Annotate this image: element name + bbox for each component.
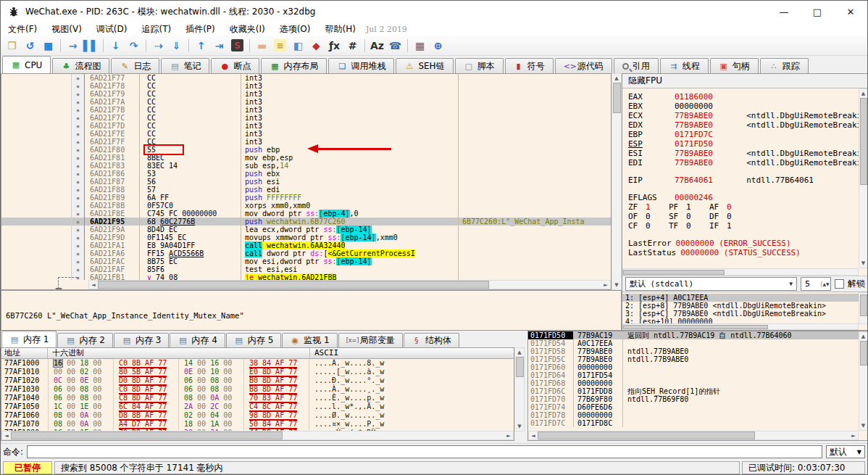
dump-hscrollbar[interactable]: ◄► (1, 431, 514, 440)
breakpoint-dot-icon[interactable]: ● (71, 241, 84, 249)
register-row[interactable]: ESP0171FD50 (628, 139, 859, 149)
tab-笔记[interactable]: ▤笔记 (161, 58, 209, 73)
breakpoint-dot-icon[interactable]: ● (71, 74, 84, 82)
stack-row[interactable]: 0171FD54A0C17EEA (528, 339, 859, 347)
run-to-user-code-button[interactable]: ⇥ (210, 37, 228, 54)
disasm-row[interactable]: ●6AD21F9568 60C2776Bpush wechatwin.6B77C… (1, 218, 611, 226)
breakpoint-dot-icon[interactable]: ● (71, 162, 84, 170)
stack-row[interactable]: 0171FD6C0171FDD8指向SEH_Record[1]的指针 (528, 387, 859, 395)
menu-item[interactable]: 插件(P) (178, 22, 222, 36)
registers-vscrollbar[interactable]: ▲▼ (859, 88, 868, 268)
tab-结构体[interactable]: §结构体 (404, 333, 459, 347)
register-row[interactable]: LastError00000000 (ERROR_SUCCESS) (628, 239, 859, 248)
tab-跟踪[interactable]: ∴跟踪 (760, 58, 809, 73)
patch-button[interactable]: ▬ (253, 37, 271, 54)
stack-row[interactable]: 0171FD6000000000 (528, 363, 859, 371)
minimize-button[interactable]: — (767, 1, 801, 22)
disasm-row[interactable]: ●6AD21F8857push edi (1, 186, 611, 194)
dump-row[interactable]: 77AF10501C 00 1E 006C 84 AF 772A 00 2C 0… (1, 402, 514, 411)
tab-断点[interactable]: ●断点 (211, 58, 259, 73)
disasm-row[interactable]: ●6AD21FB1∨ 74 08je wechatwin.6AD21FBB (1, 273, 611, 280)
menu-item[interactable]: 帮助(H) (317, 22, 362, 36)
tab-句柄[interactable]: ▣句柄 (710, 58, 759, 73)
step-into-button[interactable]: ↓ (107, 37, 125, 54)
label-button[interactable]: ◧ (289, 37, 307, 54)
breakpoint-dot-icon[interactable]: ● (71, 218, 84, 226)
register-row[interactable]: EFLAGS00000246 (628, 193, 859, 202)
hide-fpu-button[interactable]: 隐藏FPU (622, 74, 868, 88)
breakpoint-dot-icon[interactable]: ● (71, 130, 84, 138)
disasm-row[interactable]: ●6AD21FAF85F6test esi,esi (1, 265, 611, 273)
disasm-row[interactable]: ●6AD21F8756push esi (1, 178, 611, 186)
dump-row[interactable]: 77AF100016 00 18 00C0 8B AF 7714 00 16 0… (1, 359, 514, 368)
stack-row[interactable]: 0171FD5C77B9ABE0ntdll.77B9ABE0 (528, 355, 859, 363)
menu-item[interactable]: 选项(O) (272, 22, 318, 36)
breakpoint-dot-icon[interactable]: ● (71, 114, 84, 122)
function-button[interactable]: ƒx (325, 37, 343, 54)
command-input[interactable] (27, 445, 822, 458)
disasm-row[interactable]: ●6AD21FA6FF15 ACD5566Bcall dword ptr ds:… (1, 249, 611, 257)
disasm-row[interactable]: ●6AD21F79CCint3 (1, 90, 611, 98)
internet-button[interactable]: ⊕ (429, 37, 447, 54)
register-row[interactable]: EDX77B9ABE0 <ntdll.DbgUiRemoteBreakin> (628, 120, 859, 130)
register-row[interactable]: ZF1PF1AF0 (628, 202, 859, 212)
tab-流程图[interactable]: ♣流程图 (52, 58, 109, 73)
run-button[interactable]: → (64, 37, 82, 54)
breakpoint-dot-icon[interactable]: ● (71, 82, 84, 90)
stack-row[interactable]: 0171FD7C0171FD8C (528, 419, 859, 427)
tab-内存 5[interactable]: ▤内存 5 (226, 333, 281, 347)
tab-局部变量[interactable]: [x=]局部变量 (338, 333, 403, 347)
breakpoint-dot-icon[interactable]: ● (71, 210, 84, 218)
stack-row[interactable]: 0171FD7077B69F80ntdll.77B69F80 (528, 395, 859, 403)
strings-button[interactable]: Az (368, 37, 386, 54)
disasm-row[interactable]: ●6AD21F8EC745 FC 00000000mov dword ptr s… (1, 210, 611, 218)
breakpoint-dot-icon[interactable]: ● (71, 138, 84, 146)
maximize-button[interactable]: □ (801, 1, 834, 22)
menu-item[interactable]: 收藏夹(I) (222, 22, 272, 36)
tab-调用堆栈[interactable]: ❏调用堆栈 (328, 58, 394, 73)
dump-vscrollbar[interactable]: ▲▼ (514, 347, 525, 431)
breakpoint-dot-icon[interactable]: ● (71, 202, 84, 210)
restart-button[interactable]: ↺ (21, 37, 39, 54)
animate-button[interactable]: S (228, 37, 246, 54)
argument-row[interactable]: 1: [esp+4] A0C17EEA (622, 294, 868, 302)
disasm-row[interactable]: ●6AD21F7ACCint3 (1, 98, 611, 106)
breakpoint-dot-icon[interactable]: ● (71, 226, 84, 234)
breakpoint-dot-icon[interactable]: ● (71, 257, 84, 265)
calculator-button[interactable]: ▦ (411, 37, 429, 54)
breakpoint-dot-icon[interactable]: ● (71, 90, 84, 98)
breakpoint-dot-icon[interactable]: ● (71, 234, 84, 241)
register-row[interactable]: EIP77B64061 ntdll.77B64061 (628, 175, 859, 185)
breakpoint-dot-icon[interactable]: ● (71, 249, 84, 257)
disasm-row[interactable]: ●6AD21F8383EC 14sub esp,14 (1, 162, 611, 170)
argument-row[interactable]: 2: [esp+8] 77B9ABE0 <ntdll.DbgUiRemoteBr… (622, 302, 868, 310)
dump-row[interactable]: 77AF107008 00 0A 00A4 D7 AF 7718 00 1A 0… (1, 420, 514, 429)
register-row[interactable]: ECX77B9ABE0 <ntdll.DbgUiRemoteBreakin> (628, 111, 859, 120)
disasm-row[interactable]: ●6AD21F8653push ebx (1, 170, 611, 178)
breakpoint-dot-icon[interactable]: ● (71, 265, 84, 273)
bookmark-button[interactable]: ◆ (307, 37, 325, 54)
attach-button[interactable]: ☎ (386, 37, 404, 54)
disasm-row[interactable]: ●6AD21F7BCCint3 (1, 106, 611, 114)
arguments-vscrollbar[interactable] (859, 292, 868, 324)
tab-CPU[interactable]: ▦CPU (2, 56, 51, 73)
dump-row[interactable]: 77AF104006 00 08 00C8 8D AF 7708 00 0A 0… (1, 394, 514, 402)
arguments-hscrollbar[interactable] (622, 323, 859, 330)
disasm-row[interactable]: ●6AD21F7ECCint3 (1, 130, 611, 138)
stack-row[interactable]: 0171FD640171FD54 (528, 371, 859, 379)
stack-row[interactable]: 0171FD5077B9AC19返回到 ntdll.77B9AC19 自 ntd… (528, 331, 859, 339)
tab-日志[interactable]: ✎日志 (111, 58, 159, 73)
dump-row[interactable]: 77AF106008 00 0A 00D8 8B AF 7702 00 04 0… (1, 411, 514, 420)
disasm-row[interactable]: ●6AD21F78CCint3 (1, 82, 611, 90)
register-row[interactable]: LastStatus00000000 (STATUS_SUCCESS) (628, 248, 859, 257)
register-row[interactable]: CF0TF0IF1 (628, 221, 859, 231)
open-file-button[interactable]: ❐ (3, 37, 21, 54)
stack-hscrollbar[interactable]: ◄► (528, 431, 859, 440)
register-row[interactable]: ESI77B9ABE0 <ntdll.DbgUiRemoteBreakin> (628, 149, 859, 158)
stack-row[interactable]: 0171FD6800000000 (528, 379, 859, 387)
stack-vscrollbar[interactable]: ▲▼ (859, 331, 868, 431)
argument-row[interactable]: 3: [esp+C] 77B9ABE0 <ntdll.DbgUiRemoteBr… (622, 310, 868, 318)
breakpoint-dot-icon[interactable]: ● (71, 106, 84, 114)
dump-row[interactable]: 77AF101000 00 02 0080 5B AF 770E 00 10 0… (1, 368, 514, 376)
breakpoint-dot-icon[interactable]: ● (71, 170, 84, 178)
